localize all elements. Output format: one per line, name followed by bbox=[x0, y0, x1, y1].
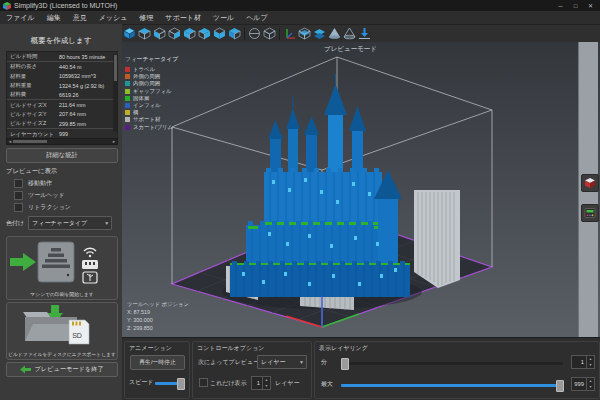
menu-help[interactable]: ヘルプ bbox=[240, 13, 274, 23]
side-view-icon[interactable] bbox=[227, 27, 242, 40]
coordinate-axes-icon[interactable] bbox=[282, 27, 297, 40]
max-layer-slider[interactable] bbox=[341, 384, 563, 387]
cone-view-icon[interactable] bbox=[327, 27, 342, 40]
toolbar-separator bbox=[279, 28, 280, 40]
toolbar-separator bbox=[244, 28, 245, 40]
legend-item: サポート材 bbox=[125, 116, 178, 123]
menu-bar: ファイル 編集 意見 メッシュ 修理 サポート材 ツール ヘルプ bbox=[0, 11, 600, 25]
coloring-label: 色付け bbox=[6, 219, 24, 228]
begin-print-button[interactable]: マシンでの印刷を開始します bbox=[6, 236, 118, 300]
isometric-view-icon[interactable] bbox=[182, 27, 197, 40]
min-layer-handle[interactable] bbox=[341, 358, 349, 370]
preview-by-dropdown[interactable]: レイヤー ▼ bbox=[257, 355, 307, 369]
isometric-view-icon[interactable] bbox=[152, 27, 167, 40]
coloring-row: 色付け フィーチャータイプ ▼ bbox=[6, 216, 118, 230]
stat-label: 材料量 bbox=[10, 73, 26, 80]
minimize-button[interactable]: ─ bbox=[553, 0, 568, 11]
show-only-label: これだけ表示 bbox=[210, 379, 247, 388]
max-layer-handle[interactable] bbox=[556, 380, 564, 392]
stat-value: 999 bbox=[59, 131, 68, 137]
legend-swatch bbox=[125, 103, 130, 108]
min-layer-slider[interactable] bbox=[341, 362, 563, 365]
toggle-travel-moves[interactable]: 移動動作 bbox=[14, 179, 118, 188]
speed-slider-handle[interactable] bbox=[177, 378, 185, 390]
scrollbar-thumb[interactable] bbox=[13, 140, 47, 143]
show-only-checkbox[interactable] bbox=[199, 378, 208, 387]
3d-scene bbox=[122, 42, 579, 337]
checkbox-icon[interactable] bbox=[14, 191, 23, 200]
close-button[interactable]: ✕ bbox=[583, 0, 598, 11]
legend-item: インフィル bbox=[125, 102, 178, 109]
cone-wireframe-icon[interactable] bbox=[342, 27, 357, 40]
menu-edit[interactable]: 編集 bbox=[41, 13, 67, 23]
stat-value: 440.54 m bbox=[59, 64, 81, 70]
preview-3d-viewport[interactable]: プレビューモード フィーチャータイプ トラベル 外側の周囲 内側の周囲 ギャップ… bbox=[122, 42, 600, 337]
max-layer-label: 最大 bbox=[321, 380, 333, 389]
min-layer-spinbox[interactable]: 1 ▲▼ bbox=[571, 355, 595, 369]
menu-mesh[interactable]: メッシュ bbox=[93, 13, 134, 23]
show-printer-icon[interactable] bbox=[247, 27, 262, 40]
checkbox-icon[interactable] bbox=[14, 179, 23, 188]
sd-card-label: SD bbox=[72, 332, 82, 339]
menu-view[interactable]: 意見 bbox=[67, 13, 93, 23]
legend-swatch bbox=[125, 96, 130, 101]
models-panel-button[interactable] bbox=[581, 174, 599, 192]
chevron-down-icon: ▼ bbox=[299, 359, 304, 365]
max-layer-spinbox[interactable]: 999 ▲▼ bbox=[571, 377, 595, 391]
export-build-file-button[interactable]: SD ビルドファイルをディスクにエクスポートします bbox=[6, 302, 118, 360]
default-view-icon[interactable] bbox=[122, 27, 137, 40]
detailed-stats-button[interactable]: 詳細な統計 bbox=[6, 148, 118, 163]
preview-by-label: 次によってプレビュー bbox=[198, 358, 259, 367]
castle-model[interactable] bbox=[226, 74, 460, 310]
cross-section-icon[interactable] bbox=[297, 27, 312, 40]
spinner-arrows-icon[interactable]: ▲▼ bbox=[586, 356, 594, 368]
chevron-down-icon: ▼ bbox=[104, 220, 109, 226]
app-logo-icon bbox=[3, 2, 11, 10]
legend-swatch bbox=[125, 89, 130, 94]
isometric-view-icon[interactable] bbox=[137, 27, 152, 40]
toggle-retraction[interactable]: リトラクション bbox=[14, 203, 118, 212]
horizontal-scrollbar[interactable]: ◄ ► bbox=[6, 138, 118, 145]
exit-preview-button[interactable]: プレビューモードを終了 bbox=[6, 362, 118, 377]
center-model-icon[interactable] bbox=[357, 27, 372, 40]
show-only-spinbox[interactable]: 1 ▲▼ bbox=[251, 376, 271, 390]
play-pause-button[interactable]: 再生/一時停止 bbox=[130, 355, 185, 370]
menu-tools[interactable]: ツール bbox=[207, 13, 240, 23]
top-view-icon[interactable] bbox=[197, 27, 212, 40]
preview-mode-label: プレビューモード bbox=[122, 45, 579, 54]
window-title: Simplify3D (Licensed to MUTOH) bbox=[14, 2, 117, 9]
scroll-right-icon[interactable]: ► bbox=[111, 139, 117, 144]
wireframe-view-icon[interactable] bbox=[262, 27, 277, 40]
vertical-scrollbar[interactable] bbox=[113, 54, 117, 132]
menu-file[interactable]: ファイル bbox=[0, 13, 41, 23]
toggle-toolhead[interactable]: ツールヘッド bbox=[14, 191, 118, 200]
checkbox-icon[interactable] bbox=[14, 203, 23, 212]
toolhead-position-readout: ツールヘッド ポジション X: 87.519 Y: 300.000 Z: 299… bbox=[127, 300, 189, 332]
stat-label: ビルドサイズX bbox=[10, 102, 47, 109]
front-view-icon[interactable] bbox=[212, 27, 227, 40]
spinner-arrows-icon[interactable]: ▲▼ bbox=[586, 378, 594, 390]
layer-range-icon[interactable] bbox=[312, 27, 327, 40]
models-cube-icon bbox=[584, 177, 596, 189]
isometric-view-icon[interactable] bbox=[167, 27, 182, 40]
checkbox-label: ツールヘッド bbox=[28, 191, 65, 200]
menu-support[interactable]: サポート材 bbox=[159, 13, 207, 23]
export-caption: ビルドファイルをディスクにエクスポートします bbox=[7, 351, 117, 357]
max-layer-value: 999 bbox=[572, 381, 586, 387]
printer-graphic-icon bbox=[7, 239, 115, 285]
stat-label: レイヤーカウント bbox=[10, 131, 54, 138]
table-row: ビルドサイズX211.64 mm bbox=[7, 99, 117, 109]
spinner-arrows-icon[interactable]: ▲▼ bbox=[262, 377, 270, 389]
preview-show-section-label: プレビューに表示 bbox=[6, 167, 57, 176]
coloring-dropdown[interactable]: フィーチャータイプ ▼ bbox=[28, 216, 112, 230]
machine-control-panel-button[interactable] bbox=[581, 204, 599, 222]
menu-repair[interactable]: 修理 bbox=[133, 13, 159, 23]
table-row: ビルドサイズZ299.85 mm bbox=[7, 119, 117, 128]
maximize-button[interactable]: □ bbox=[568, 0, 583, 11]
control-options-group: コントロールオプション 次によってプレビュー レイヤー ▼ これだけ表示 1 ▲… bbox=[192, 341, 312, 399]
legend-item: 橋 bbox=[125, 109, 178, 116]
build-statistics-table: ビルド時間80 hours 35 minute 材料の長さ440.54 m 材料… bbox=[6, 51, 118, 139]
legend-item: 固体層 bbox=[125, 95, 178, 102]
stat-label: ビルドサイズZ bbox=[10, 120, 46, 127]
table-row: ビルドサイズY207.64 mm bbox=[7, 110, 117, 119]
